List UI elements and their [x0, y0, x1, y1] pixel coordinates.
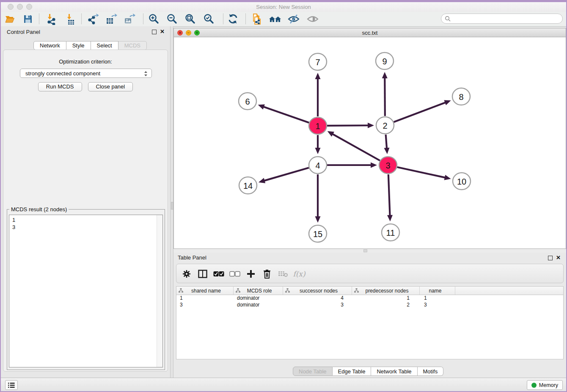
table-cell[interactable]: 1 — [420, 295, 455, 302]
tab-network-table[interactable]: Network Table — [371, 367, 417, 376]
status-bar: Memory — [1, 378, 566, 391]
edge-arrowhead — [384, 148, 389, 154]
graph-edge-3-11[interactable] — [388, 174, 390, 216]
criterion-selected-value: strongly connected component — [25, 70, 100, 77]
graph-edge-3-1[interactable] — [332, 134, 380, 161]
graph-node-label: 7 — [315, 58, 320, 67]
table-cell[interactable]: 1 — [352, 295, 420, 302]
save-icon[interactable] — [22, 13, 34, 25]
graph-node-label: 3 — [385, 161, 390, 170]
table-row[interactable]: 1dominator411 — [176, 295, 563, 302]
window-titlebar: Session: New Session — [1, 2, 566, 12]
tab-motifs[interactable]: Motifs — [418, 367, 444, 376]
result-scrollbar[interactable] — [157, 215, 162, 367]
graph-node-label: 9 — [382, 57, 387, 66]
close-panel-icon[interactable]: ✕ — [556, 254, 561, 261]
application-window: Session: New Session — [0, 0, 567, 392]
tab-style[interactable]: Style — [66, 41, 91, 50]
hierarchy-icon — [285, 288, 290, 293]
graph-edge-4-14[interactable] — [263, 168, 308, 181]
network-graph[interactable]: 7968124314101511 — [174, 37, 566, 248]
export-image-icon[interactable] — [123, 13, 136, 25]
graph-edge-2-9[interactable] — [385, 77, 385, 116]
splitter-grip[interactable] — [363, 249, 367, 252]
tab-select[interactable]: Select — [91, 41, 118, 50]
tab-node-table[interactable]: Node Table — [293, 367, 333, 376]
search-input[interactable] — [453, 14, 562, 23]
zoom-out-icon[interactable] — [166, 13, 179, 25]
eye-slash-icon[interactable] — [287, 13, 300, 25]
edge-arrowhead — [387, 215, 393, 221]
export-table-icon[interactable] — [105, 13, 118, 25]
show-panels-button[interactable] — [5, 380, 18, 390]
delete-table-icon[interactable] — [277, 268, 289, 280]
edge-arrowhead — [315, 73, 321, 79]
close-panel-icon[interactable]: ✕ — [160, 28, 165, 35]
table-panel-title: Table Panel — [178, 254, 206, 261]
unchecked-boxes-icon[interactable] — [229, 268, 241, 280]
checked-boxes-icon[interactable] — [213, 268, 225, 280]
split-panel-icon[interactable] — [197, 268, 209, 280]
graph-edge-3-10[interactable] — [397, 167, 446, 178]
import-table-icon[interactable] — [64, 13, 77, 25]
column-header-successor-nodes[interactable]: successor nodes — [283, 287, 352, 295]
vertical-splitter[interactable] — [170, 26, 173, 378]
table-cell[interactable]: dominator — [234, 302, 283, 309]
main-toolbar — [1, 12, 566, 27]
mcds-result-textarea[interactable]: 1 3 — [9, 215, 163, 367]
copy-network-icon[interactable] — [250, 13, 263, 25]
tab-network[interactable]: Network — [33, 41, 66, 50]
refresh-icon[interactable] — [227, 13, 239, 25]
table-cell[interactable]: 1 — [176, 295, 234, 302]
table-cell[interactable]: 3 — [283, 302, 352, 309]
import-network-icon[interactable] — [44, 13, 57, 25]
criterion-select[interactable]: strongly connected component — [20, 69, 152, 78]
control-panel-tabs: NetworkStyleSelectMCDS — [33, 41, 147, 50]
graph-node-label: 8 — [459, 92, 463, 102]
run-mcds-button[interactable]: Run MCDS — [38, 82, 82, 91]
zoom-fit-icon[interactable] — [184, 13, 197, 25]
graph-node-label: 1 — [315, 121, 320, 131]
search-box[interactable] — [441, 14, 563, 24]
export-network-icon[interactable] — [86, 13, 99, 25]
optimization-criterion-label: Optimization criterion: — [3, 58, 168, 65]
eye-icon[interactable] — [306, 13, 319, 25]
column-header-shared-name[interactable]: shared name — [176, 287, 234, 295]
table-cell[interactable]: 3 — [420, 302, 455, 309]
edge-arrowhead — [444, 100, 451, 105]
list-icon — [8, 382, 15, 388]
horizontal-splitter[interactable] — [173, 249, 566, 253]
float-panel-icon[interactable] — [548, 256, 553, 260]
network-canvas[interactable]: 7968124314101511 — [173, 37, 566, 249]
gear-icon[interactable] — [181, 268, 193, 280]
graph-node-label: 6 — [245, 97, 250, 106]
toolbar-separator — [223, 14, 223, 24]
close-panel-button[interactable]: Close panel — [88, 82, 133, 91]
table-row[interactable]: 3dominator323 — [176, 302, 563, 309]
table-cell[interactable]: 4 — [283, 295, 352, 302]
graph-node-label: 15 — [313, 229, 322, 239]
tab-mcds[interactable]: MCDS — [118, 41, 147, 50]
tab-edge-table[interactable]: Edge Table — [333, 367, 372, 376]
graph-edge-2-3[interactable] — [386, 135, 387, 149]
graph-node-label: 2 — [383, 121, 387, 130]
trash-icon[interactable] — [261, 268, 273, 280]
column-header-name[interactable]: name — [420, 287, 455, 295]
graph-edge-1-2[interactable] — [327, 125, 369, 126]
network-window-titlebar[interactable]: × − + scc.txt — [173, 28, 566, 37]
plus-icon[interactable] — [245, 268, 257, 280]
table-cell[interactable]: dominator — [234, 295, 283, 302]
memory-button[interactable]: Memory — [527, 380, 563, 390]
float-panel-icon[interactable] — [152, 30, 157, 34]
graph-edge-2-8[interactable] — [394, 102, 446, 122]
graph-edge-1-6[interactable] — [263, 107, 309, 123]
open-folder-icon[interactable] — [4, 13, 17, 25]
column-header-predecessor-nodes[interactable]: predecessor nodes — [352, 287, 420, 295]
zoom-check-icon[interactable] — [203, 13, 215, 25]
table-cell[interactable]: 3 — [176, 302, 234, 309]
mcds-tab-content: Optimization criterion: strongly connect… — [3, 50, 168, 372]
table-cell[interactable]: 2 — [352, 302, 420, 309]
column-header-MCDS-role[interactable]: MCDS role — [234, 287, 283, 295]
zoom-in-icon[interactable] — [148, 13, 160, 25]
houses-icon[interactable] — [269, 13, 281, 25]
